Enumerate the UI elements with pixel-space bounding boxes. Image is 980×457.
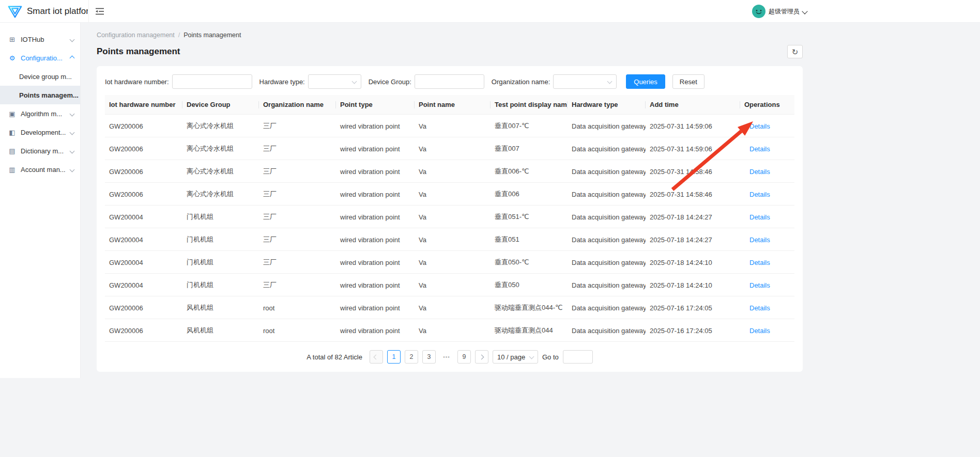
table-cell: Data acquisition gateway (568, 274, 646, 296)
sidebar-item[interactable]: ⚙Configuratio... (0, 49, 80, 67)
organization-name-label: Organization name: (492, 78, 550, 86)
table-cell: Va (415, 206, 491, 228)
appstore-icon: ⊞ (8, 36, 16, 43)
details-link[interactable]: Details (749, 236, 770, 244)
details-link[interactable]: Details (749, 327, 770, 335)
sidebar-item[interactable]: ▥Account man... (0, 160, 80, 179)
page-buttons: 123•••9 (387, 350, 471, 364)
table-cell: 三厂 (259, 251, 336, 274)
details-link[interactable]: Details (749, 259, 770, 266)
table-row: GW200006风机机组rootwired vibration pointVa驱… (105, 296, 794, 319)
table-cell: 垂直006-℃ (491, 160, 568, 183)
table-cell: 垂直050-℃ (491, 251, 568, 274)
sidebar-item-label: Dictionary m... (21, 147, 66, 155)
sidebar-item[interactable]: ▣Algorithm m... (0, 104, 80, 123)
details-link[interactable]: Details (749, 145, 770, 153)
page-button[interactable]: 3 (422, 350, 436, 364)
prev-page-button[interactable] (370, 350, 383, 364)
filter-bar: Iot hardware number: Hardware type: Devi… (105, 74, 794, 89)
user-menu[interactable]: 超级管理员 (752, 0, 807, 23)
details-link[interactable]: Details (749, 213, 770, 221)
page-size-value: 10 / page (497, 353, 525, 361)
table-cell: 风机机组 (182, 296, 259, 319)
sidebar-item-label: Algorithm m... (21, 110, 66, 118)
organization-name-select[interactable] (553, 74, 617, 89)
sidebar-item[interactable]: ▤Dictionary m... (0, 141, 80, 160)
table-cell: GW200006 (105, 160, 182, 183)
app-logo-icon (7, 4, 23, 19)
table-row: GW200004门机机组三厂wired vibration pointVa垂直0… (105, 251, 794, 274)
page-size-select[interactable]: 10 / page (493, 350, 538, 364)
sidebar-item[interactable]: ◧Development... (0, 123, 80, 141)
table-cell: 三厂 (259, 228, 336, 251)
table-cell: GW200006 (105, 319, 182, 342)
table-cell: 2025-07-31 14:59:06 (646, 137, 740, 160)
sidebar-subitem-label: Device group m... (19, 73, 80, 81)
hardware-type-select[interactable] (308, 74, 361, 89)
details-link[interactable]: Details (749, 304, 770, 312)
page-button[interactable]: 2 (405, 350, 418, 364)
chevron-down-icon (70, 37, 75, 42)
chevron-down-icon (70, 111, 75, 116)
table-cell: Data acquisition gateway (568, 115, 646, 137)
sidebar-item-label: Account man... (21, 166, 66, 174)
reset-button[interactable]: Reset (672, 74, 705, 89)
queries-button[interactable]: Queries (626, 74, 665, 89)
table-row: GW200006离心式冷水机组三厂wired vibration pointVa… (105, 160, 794, 183)
goto-input[interactable] (563, 350, 593, 364)
iot-hardware-number-filter: Iot hardware number: (105, 74, 252, 89)
table-cell: wired vibration point (336, 206, 415, 228)
device-group-input[interactable] (415, 74, 484, 89)
breadcrumb-item-current: Points management (183, 31, 241, 39)
menu-fold-icon[interactable] (95, 7, 105, 15)
page-button[interactable]: 9 (457, 350, 471, 364)
hardware-type-label: Hardware type: (259, 78, 305, 86)
chevron-up-icon (70, 55, 75, 60)
table-cell: 2025-07-31 14:59:06 (646, 115, 740, 137)
sidebar-item-label: Development... (21, 129, 66, 136)
breadcrumb-item[interactable]: Configuration management (97, 31, 175, 39)
column-header: Operations (740, 95, 794, 115)
sidebar-subitem[interactable]: Points managem... (0, 86, 80, 104)
table-cell: wired vibration point (336, 183, 415, 206)
table-cell: 2025-07-18 14:24:27 (646, 206, 740, 228)
sidebar-subitem[interactable]: Device group m... (0, 67, 80, 86)
table-cell: 三厂 (259, 160, 336, 183)
content-card: Iot hardware number: Hardware type: Devi… (97, 66, 803, 372)
table-cell: Data acquisition gateway (568, 296, 646, 319)
table-cell: Va (415, 251, 491, 274)
table-row: GW200006离心式冷水机组三厂wired vibration pointVa… (105, 137, 794, 160)
table-cell: 驱动端垂直测点044-℃ (491, 296, 568, 319)
table-cell: 2025-07-18 14:24:27 (646, 228, 740, 251)
details-link[interactable]: Details (749, 281, 770, 289)
app-header: Smart iot platform 超级管理员 (0, 0, 980, 23)
column-header: Hardware type (568, 95, 646, 115)
column-header: Add time (646, 95, 740, 115)
table-row: GW200006风机机组rootwired vibration pointVa驱… (105, 319, 794, 342)
account-icon: ▥ (8, 166, 16, 174)
next-page-button[interactable] (475, 350, 488, 364)
table-cell: 驱动端垂直测点044 (491, 319, 568, 342)
table-cell: GW200006 (105, 183, 182, 206)
hardware-type-filter: Hardware type: (259, 74, 361, 89)
table-row: GW200006离心式冷水机组三厂wired vibration pointVa… (105, 115, 794, 137)
table-cell: root (259, 296, 336, 319)
table-cell: Va (415, 160, 491, 183)
operations-cell: Details (740, 206, 794, 228)
details-link[interactable]: Details (749, 122, 770, 130)
configuration-icon: ⚙ (8, 54, 16, 62)
refresh-button[interactable]: ↻ (787, 45, 803, 58)
sidebar-subitem-label: Points managem... (19, 91, 80, 99)
sidebar-item[interactable]: ⊞IOTHub (0, 30, 80, 49)
table-row: GW200006离心式冷水机组三厂wired vibration pointVa… (105, 183, 794, 206)
iot-hardware-number-label: Iot hardware number: (105, 78, 169, 86)
table-cell: 2025-07-16 17:24:05 (646, 319, 740, 342)
table-cell: Data acquisition gateway (568, 137, 646, 160)
page-button[interactable]: 1 (387, 350, 401, 364)
operations-cell: Details (740, 137, 794, 160)
details-link[interactable]: Details (749, 168, 770, 176)
table-cell: 离心式冷水机组 (182, 115, 259, 137)
iot-hardware-number-input[interactable] (172, 74, 252, 89)
details-link[interactable]: Details (749, 191, 770, 198)
table-cell: GW200004 (105, 228, 182, 251)
